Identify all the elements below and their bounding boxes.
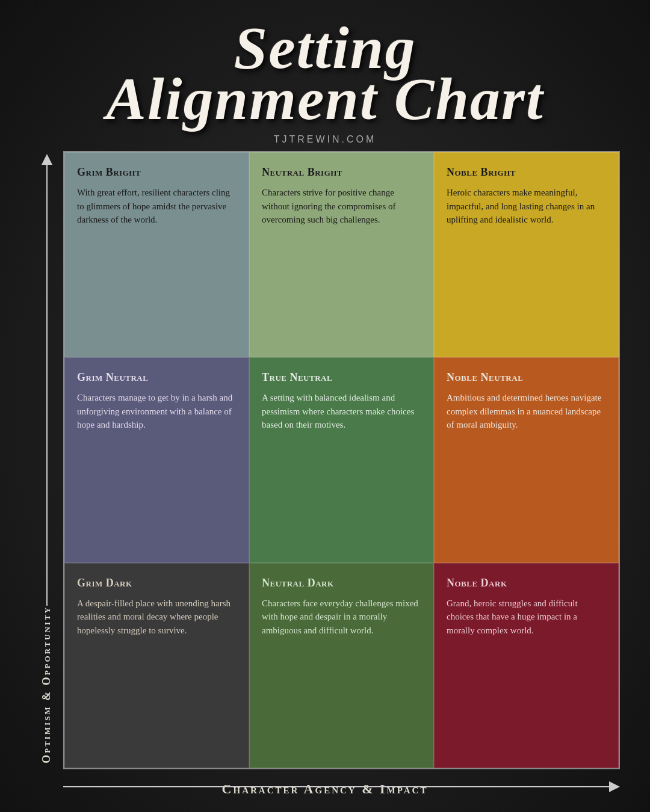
cell-grim-bright-title: Grim Bright: [77, 166, 237, 179]
cell-grim-neutral-title: Grim Neutral: [77, 371, 237, 384]
cell-noble-dark: Noble Dark Grand, heroic struggles and d…: [434, 563, 619, 768]
cell-grim-dark: Grim Dark A despair-filled place with un…: [64, 563, 249, 768]
cell-noble-bright-body: Heroic characters make meaningful, impac…: [447, 186, 606, 227]
cell-grim-neutral-body: Characters manage to get by in a harsh a…: [77, 391, 237, 432]
subtitle: TJTREWIN.COM: [0, 134, 650, 145]
cell-neutral-dark-title: Neutral Dark: [262, 577, 421, 589]
main-container: Setting Alignment Chart TJTREWIN.COM Opt…: [0, 0, 650, 812]
cell-true-neutral: True Neutral A setting with balanced ide…: [249, 357, 434, 562]
cell-neutral-dark-body: Characters face everyday challenges mixe…: [262, 597, 421, 638]
cell-true-neutral-body: A setting with balanced idealism and pes…: [262, 391, 421, 432]
x-axis: [63, 769, 620, 799]
cell-grim-neutral: Grim Neutral Characters manage to get by…: [64, 357, 249, 562]
cell-noble-neutral-body: Ambitious and determined heroes navigate…: [447, 391, 606, 432]
cell-noble-bright: Noble Bright Heroic characters make mean…: [434, 152, 619, 357]
cell-neutral-dark: Neutral Dark Characters face everyday ch…: [249, 563, 434, 768]
cell-true-neutral-title: True Neutral: [262, 371, 421, 384]
y-axis-line: [46, 165, 48, 606]
y-axis-arrow-up: [42, 154, 52, 165]
cell-noble-bright-title: Noble Bright: [447, 166, 606, 179]
cell-grim-bright-body: With great effort, resilient characters …: [77, 186, 237, 227]
title-line2: Alignment Chart: [106, 69, 543, 129]
cell-neutral-bright-title: Neutral Bright: [262, 166, 421, 179]
cell-noble-neutral: Noble Neutral Ambitious and determined h…: [434, 357, 619, 562]
cell-neutral-bright-body: Characters strive for positive change wi…: [262, 186, 421, 227]
title-section: Setting Alignment Chart TJTREWIN.COM: [0, 0, 650, 151]
y-axis: Optimism & Opportunity: [30, 151, 63, 799]
grid-container: Grim Bright With great effort, resilient…: [63, 151, 620, 769]
x-axis-arrow-right: [609, 781, 620, 792]
x-axis-line: [63, 786, 609, 787]
cell-noble-neutral-title: Noble Neutral: [447, 371, 606, 384]
cell-grim-bright: Grim Bright With great effort, resilient…: [64, 152, 249, 357]
y-axis-label: Optimism & Opportunity: [40, 606, 53, 763]
cell-neutral-bright: Neutral Bright Characters strive for pos…: [249, 152, 434, 357]
cell-noble-dark-title: Noble Dark: [447, 577, 606, 589]
cell-grim-dark-title: Grim Dark: [77, 577, 237, 589]
cell-grim-dark-body: A despair-filled place with unending har…: [77, 597, 237, 638]
cell-noble-dark-body: Grand, heroic struggles and difficult ch…: [447, 597, 606, 638]
